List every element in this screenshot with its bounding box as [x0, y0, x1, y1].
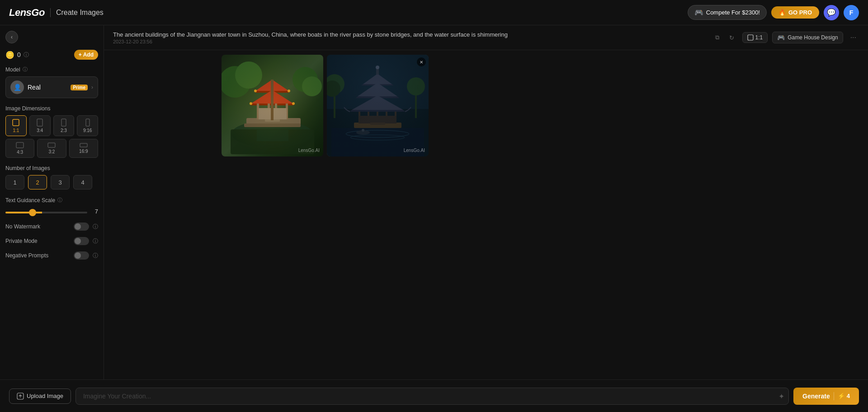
num-images-3-button[interactable]: 3 — [51, 175, 70, 189]
generate-lightning-icon: ⚡ — [838, 393, 845, 399]
dimension-2-3-label: 2:3 — [61, 128, 67, 133]
prompt-timestamp: 2023-12-20 23:56 — [113, 39, 707, 44]
guidance-scale-row: 7 — [5, 207, 98, 215]
dimension-3-2[interactable]: 3:2 — [37, 139, 66, 158]
dimension-1-1-icon — [12, 118, 20, 127]
svg-rect-6 — [80, 143, 87, 147]
dimension-9-16-icon — [85, 118, 90, 127]
ratio-icon — [747, 34, 754, 41]
negative-prompts-help-icon[interactable]: ⓘ — [93, 252, 98, 260]
prompt-enhance-button[interactable]: ✦ — [778, 392, 784, 400]
collection-label: Game House Design — [788, 34, 838, 41]
prime-badge: Prime — [71, 85, 88, 90]
prompt-actions: ⧉ ↻ — [712, 32, 738, 43]
header: LensGo Create Images 🎮 Compete For $2300… — [0, 0, 868, 25]
svg-rect-32 — [222, 55, 323, 156]
prompt-display: The ancient buildings of the Jiangnan wa… — [113, 31, 707, 39]
page-title: Create Images — [56, 9, 104, 17]
private-mode-label: Private Mode — [5, 238, 70, 244]
model-name: Real — [28, 84, 65, 91]
upload-image-button[interactable]: Upload Image — [9, 388, 71, 404]
negative-prompts-toggle[interactable] — [74, 251, 89, 260]
svg-rect-5 — [48, 143, 55, 147]
generate-button[interactable]: Generate ⚡ 4 — [793, 388, 859, 405]
no-watermark-toggle[interactable] — [74, 223, 89, 231]
dimension-16-9[interactable]: 16:9 — [69, 139, 98, 158]
negative-prompts-label: Negative Prompts — [5, 252, 70, 259]
images-grid: LensGo.AI — [222, 55, 859, 156]
model-avatar: 👤 — [10, 81, 24, 94]
copy-prompt-button[interactable]: ⧉ — [712, 32, 723, 43]
header-left: LensGo Create Images — [9, 7, 104, 19]
images-area: LensGo.AI — [104, 50, 868, 379]
private-mode-row: Private Mode ⓘ — [5, 237, 98, 245]
content-area: The ancient buildings of the Jiangnan wa… — [104, 25, 868, 379]
dimension-3-2-label: 3:2 — [49, 149, 55, 154]
dimension-4-3[interactable]: 4:3 — [5, 139, 34, 158]
num-images-row: 1 2 3 4 — [5, 175, 98, 189]
num-images-label: Number of Images — [5, 165, 98, 171]
header-right: 🎮 Compete For $2300! 🔥 GO PRO 💬 F — [688, 5, 859, 20]
dimension-2-3[interactable]: 2:3 — [53, 115, 75, 136]
collection-button[interactable]: 🎮 Game House Design — [772, 32, 843, 43]
no-watermark-row: No Watermark ⓘ — [5, 223, 98, 231]
no-watermark-help-icon[interactable]: ⓘ — [93, 223, 98, 231]
svg-rect-0 — [13, 119, 19, 126]
num-images-4-button[interactable]: 4 — [73, 175, 92, 189]
dimension-16-9-icon — [80, 143, 88, 147]
compete-label: Compete For $2300! — [706, 9, 760, 16]
guidance-label: Text Guidance Scale ⓘ — [5, 197, 98, 204]
credits-help-icon[interactable]: ⓘ — [24, 51, 29, 59]
num-images-1-button[interactable]: 1 — [5, 175, 24, 189]
compete-emoji: 🎮 — [694, 8, 703, 17]
add-credits-label: + Add — [79, 52, 94, 58]
guidance-slider[interactable] — [5, 212, 87, 213]
dimensions-section-label: Image Dimensions — [5, 105, 98, 112]
image-placeholder-1: LensGo.AI — [222, 55, 323, 156]
svg-rect-4 — [16, 142, 24, 148]
ratio-badge[interactable]: 1:1 — [742, 32, 768, 43]
image-card-1[interactable]: LensGo.AI — [222, 55, 323, 156]
model-selector[interactable]: 👤 Real Prime › — [5, 76, 98, 98]
dimensions-grid-top: 1:1 3:4 2:3 9:16 — [5, 115, 98, 136]
prompt-input[interactable] — [75, 388, 789, 405]
svg-rect-2 — [61, 119, 66, 126]
dimension-3-4[interactable]: 3:4 — [29, 115, 51, 136]
svg-rect-3 — [86, 119, 90, 126]
generate-label: Generate — [802, 393, 830, 400]
upload-icon — [17, 393, 24, 400]
dimension-3-4-icon — [37, 118, 43, 127]
image-card-2[interactable]: ✕ LensGo.AI — [327, 55, 429, 156]
dimension-3-4-label: 3:4 — [37, 128, 43, 133]
svg-rect-7 — [748, 35, 753, 40]
svg-rect-1 — [37, 119, 42, 126]
compete-button[interactable]: 🎮 Compete For $2300! — [688, 5, 767, 20]
more-options-button[interactable]: ··· — [848, 32, 859, 43]
image-svg-2 — [327, 55, 429, 156]
main-layout: ‹ 🪙 0 ⓘ + Add Model ⓘ 👤 Real Prime › Ima… — [0, 25, 868, 379]
dimension-3-2-icon — [47, 142, 56, 148]
guidance-help-icon[interactable]: ⓘ — [57, 197, 62, 204]
user-avatar[interactable]: F — [844, 5, 859, 20]
private-mode-toggle[interactable] — [74, 237, 89, 245]
logo: LensGo — [9, 7, 45, 19]
prompt-section: The ancient buildings of the Jiangnan wa… — [113, 31, 707, 44]
dimension-9-16[interactable]: 9:16 — [77, 115, 98, 136]
discord-avatar[interactable]: 💬 — [824, 5, 839, 20]
dimension-4-3-icon — [16, 142, 24, 148]
private-mode-help-icon[interactable]: ⓘ — [93, 237, 98, 245]
collection-icon: 🎮 — [777, 34, 785, 41]
dimension-1-1[interactable]: 1:1 — [5, 115, 27, 136]
refresh-prompt-button[interactable]: ↻ — [726, 32, 738, 43]
header-divider — [50, 8, 51, 17]
dimension-16-9-label: 16:9 — [79, 149, 88, 154]
guidance-value: 7 — [91, 208, 98, 215]
num-images-2-button[interactable]: 2 — [28, 175, 47, 189]
gopro-button[interactable]: 🔥 GO PRO — [771, 6, 819, 19]
sidebar-collapse-button[interactable]: ‹ — [5, 31, 18, 43]
watermark-2: LensGo.AI — [404, 148, 425, 153]
generate-count-container: ⚡ 4 — [838, 393, 850, 399]
model-help-icon[interactable]: ⓘ — [23, 66, 28, 73]
credits-row: 🪙 0 ⓘ + Add — [5, 50, 98, 60]
add-credits-button[interactable]: + Add — [74, 50, 98, 60]
